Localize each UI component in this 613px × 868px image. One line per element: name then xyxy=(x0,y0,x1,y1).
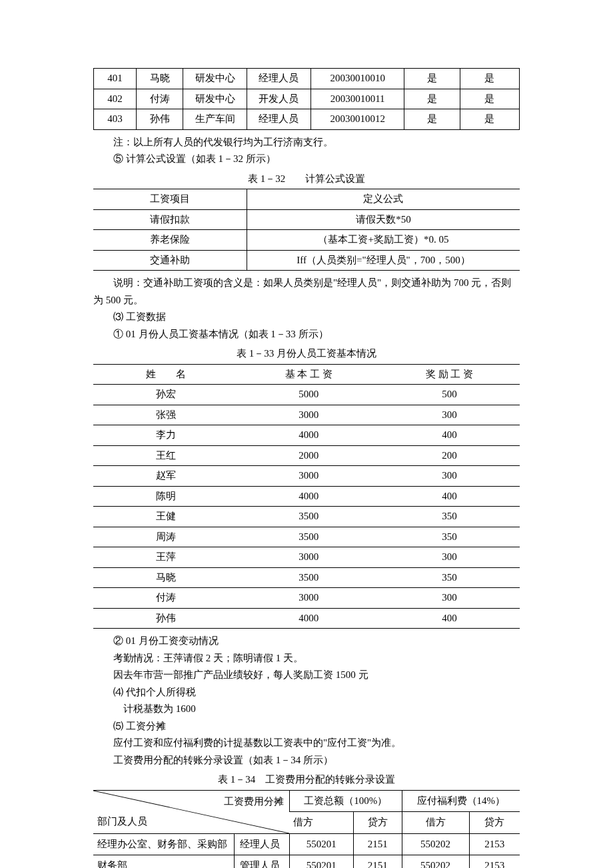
table-cell: 2151 xyxy=(353,833,402,855)
note-bank: 注：以上所有人员的代发银行均为工行济南支行。 xyxy=(93,134,520,151)
table-cell: 赵军 xyxy=(93,466,239,487)
table-cell: 401 xyxy=(94,69,137,89)
table-cell: 550201 xyxy=(289,855,353,869)
table-cell: 300 xyxy=(379,547,520,568)
t34-diag-header: 工资费用分摊 部门及人员 xyxy=(93,790,289,833)
t34-sub1: 借方 xyxy=(289,812,353,834)
caption-table-32: 表 1－32 计算公式设置 xyxy=(93,171,520,188)
table-cell: 400 xyxy=(379,486,520,507)
table-cell: 经理办公室、财务部、采购部 xyxy=(93,833,234,855)
table-cell: 5000 xyxy=(239,385,379,405)
table-cell: 550201 xyxy=(289,833,353,855)
table-cell: 是 xyxy=(460,109,520,130)
bonus-note: 因去年市营一部推广产品业绩较好，每人奖励工资 1500 元 xyxy=(93,667,520,684)
alloc-note-1: 应付工资和应付福利费的计提基数以工资表中的"应付工资"为准。 xyxy=(93,735,520,752)
table-row: 张强3000300 xyxy=(93,405,520,425)
table-cell: 4000 xyxy=(239,608,379,629)
table-cell: 3500 xyxy=(239,527,379,547)
list-item-6: ① 01 月份人员工资基本情况（如表 1－33 所示） xyxy=(93,326,520,343)
attendance-note: 考勤情况：王萍请假 2 天；陈明请假 1 天。 xyxy=(93,650,520,667)
table-cell: 研发中心 xyxy=(183,69,247,89)
t34-sub3: 借方 xyxy=(402,812,469,834)
table-cell: 李力 xyxy=(93,425,239,446)
table-cell: 3500 xyxy=(239,507,379,527)
table-cell: 经理人员 xyxy=(234,833,289,855)
caption-table-34: 表 1－34 工资费用分配的转账分录设置 xyxy=(93,771,520,789)
list-item-5: ⑤ 计算公式设置（如表 1－32 所示） xyxy=(93,151,520,168)
t34-sub4: 贷方 xyxy=(469,812,520,834)
table-row: 付涛3000300 xyxy=(93,588,520,609)
table-cell: 500 xyxy=(379,385,520,405)
table-cell: 403 xyxy=(94,109,137,130)
table-row: 李力4000400 xyxy=(93,425,520,446)
table-cell: 是 xyxy=(460,69,520,89)
table-cell: 350 xyxy=(379,527,520,547)
table-cell: 200 xyxy=(379,445,520,466)
table-row: 请假扣款请假天数*50 xyxy=(93,209,520,230)
staff-table-fragment: 401马晓研发中心经理人员20030010010是是402付涛研发中心开发人员2… xyxy=(93,68,520,130)
table-cell: 是 xyxy=(460,89,520,109)
table-row: 孙宏5000500 xyxy=(93,385,520,405)
table-cell: 20030010012 xyxy=(310,109,404,130)
table-cell: 是 xyxy=(404,109,460,130)
t34-sub2: 贷方 xyxy=(353,812,402,834)
t33-h1: 姓 名 xyxy=(93,364,239,385)
salary-allocation-table: 工资费用分摊 部门及人员 工资总额（100%） 应付福利费（14%） 借方 贷方… xyxy=(93,790,520,869)
table-cell: 3000 xyxy=(239,547,379,568)
table-cell: 管理人员 xyxy=(234,855,289,869)
table-cell: 3000 xyxy=(239,588,379,609)
table-cell: 550202 xyxy=(402,833,469,855)
heading-5: ⑸ 工资分摊 xyxy=(93,718,520,735)
table-cell: 陈明 xyxy=(93,486,239,507)
table-cell: 孙宏 xyxy=(93,385,239,405)
formula-table: 工资项目 定义公式 请假扣款请假天数*50养老保险（基本工资+奖励工资）*0. … xyxy=(93,189,520,271)
table-cell: 3000 xyxy=(239,405,379,425)
table-cell: 财务部 xyxy=(93,855,234,869)
table-cell: 张强 xyxy=(93,405,239,425)
table-cell: Iff（人员类别="经理人员"，700，500） xyxy=(247,250,520,271)
table-cell: 付涛 xyxy=(136,89,183,109)
table-cell: （基本工资+奖励工资）*0. 05 xyxy=(247,230,520,251)
table-row: 孙伟4000400 xyxy=(93,608,520,629)
list-item-7: ② 01 月份工资变动情况 xyxy=(93,633,520,650)
t32-h1: 工资项目 xyxy=(93,189,247,210)
t32-h2: 定义公式 xyxy=(247,189,520,210)
t33-h2: 基 本 工 资 xyxy=(239,364,379,385)
table-cell: 周涛 xyxy=(93,527,239,547)
table-cell: 400 xyxy=(379,608,520,629)
table-row: 401马晓研发中心经理人员20030010010是是 xyxy=(94,69,520,89)
table-cell: 300 xyxy=(379,405,520,425)
table-row: 周涛3500350 xyxy=(93,527,520,547)
table-cell: 2151 xyxy=(353,855,402,869)
table-cell: 是 xyxy=(404,89,460,109)
table-cell: 王健 xyxy=(93,507,239,527)
table-row: 403孙伟生产车间经理人员20030010012是是 xyxy=(94,109,520,130)
tax-base: 计税基数为 1600 xyxy=(93,701,520,718)
alloc-note-2: 工资费用分配的转账分录设置（如表 1－34 所示） xyxy=(93,752,520,769)
t33-h3: 奖 励 工 资 xyxy=(379,364,520,385)
table-cell: 3500 xyxy=(239,567,379,588)
table-cell: 孙伟 xyxy=(93,608,239,629)
table-cell: 4000 xyxy=(239,486,379,507)
t34-group2: 应付福利费（14%） xyxy=(402,790,520,812)
table-cell: 400 xyxy=(379,425,520,446)
table-cell: 请假天数*50 xyxy=(247,209,520,230)
table-row: 王红2000200 xyxy=(93,445,520,466)
table-row: 陈明4000400 xyxy=(93,486,520,507)
t34-diag-top: 工资费用分摊 xyxy=(224,793,284,811)
table-row: 养老保险（基本工资+奖励工资）*0. 05 xyxy=(93,230,520,251)
t34-diag-bottom: 部门及人员 xyxy=(97,813,147,831)
table-cell: 300 xyxy=(379,466,520,487)
table-cell: 经理人员 xyxy=(247,69,311,89)
caption-table-33: 表 1－33 月份人员工资基本情况 xyxy=(93,345,520,363)
table-cell: 王萍 xyxy=(93,547,239,568)
table-cell: 生产车间 xyxy=(183,109,247,130)
table-cell: 2000 xyxy=(239,445,379,466)
heading-4: ⑷ 代扣个人所得税 xyxy=(93,684,520,701)
table-cell: 350 xyxy=(379,507,520,527)
table-cell: 402 xyxy=(94,89,137,109)
note-formula-explain: 说明：交通补助工资项的含义是：如果人员类别是"经理人员"，则交通补助为 700 … xyxy=(93,275,520,309)
table-cell: 研发中心 xyxy=(183,89,247,109)
table-cell: 养老保险 xyxy=(93,230,247,251)
table-cell: 4000 xyxy=(239,425,379,446)
